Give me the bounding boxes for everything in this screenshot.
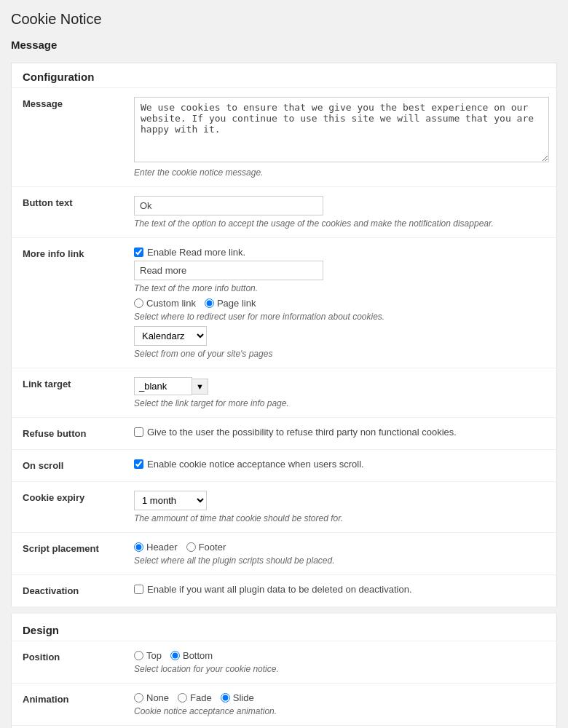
configuration-section-header: Configuration (12, 63, 557, 88)
page-select[interactable]: Kalendarz (134, 326, 207, 346)
on-scroll-row: On scroll Enable cookie notice acceptanc… (12, 450, 557, 482)
message-row: Message We use cookies to ensure that we… (12, 88, 557, 187)
read-more-text-input[interactable] (134, 261, 323, 280)
refuse-button-row: Refuse button Give to the user the possi… (12, 418, 557, 450)
on-scroll-label: On scroll (12, 450, 127, 482)
deactivation-row: Deactivation Enable if you want all plug… (12, 575, 557, 611)
position-value-cell: Top Bottom Select location for your cook… (127, 641, 557, 684)
section-configuration: Message (11, 39, 557, 54)
design-section-header: Design (12, 610, 557, 641)
link-target-dropdown-btn[interactable]: ▼ (192, 379, 208, 395)
more-info-value-cell: Enable Read more link. The text of the m… (127, 238, 557, 368)
deactivation-checkbox[interactable] (134, 585, 143, 594)
link-target-input[interactable] (134, 377, 192, 395)
message-textarea[interactable]: We use cookies to ensure that we give yo… (134, 97, 549, 162)
button-style-row: Button style None WordPress Bootstrap Ch… (12, 726, 557, 729)
configuration-heading: Message (11, 39, 557, 54)
link-target-label: Link target (12, 368, 127, 418)
enable-readmore-checkbox[interactable] (134, 248, 143, 257)
refuse-button-checkbox[interactable] (134, 427, 143, 437)
cookie-expiry-row: Cookie expiry 1 month The ammount of tim… (12, 482, 557, 533)
animation-label: Animation (12, 684, 127, 726)
message-label: Message (12, 88, 127, 187)
link-target-help: Select the link target for more info pag… (134, 398, 549, 408)
settings-table: Configuration Message We use cookies to … (11, 63, 557, 728)
on-scroll-checkbox[interactable] (134, 459, 143, 469)
top-label: Top (146, 650, 162, 661)
footer-label: Footer (199, 542, 226, 553)
message-value-cell: We use cookies to ensure that we give yo… (127, 88, 557, 187)
footer-radio[interactable] (186, 542, 196, 552)
animation-none-radio[interactable] (134, 693, 143, 703)
header-label: Header (146, 542, 178, 553)
page-link-label: Page link (217, 298, 256, 309)
on-scroll-checkbox-label: Enable cookie notice acceptance when use… (147, 459, 364, 470)
script-placement-row: Script placement Header Footer Select wh… (12, 533, 557, 575)
animation-fade-radio[interactable] (178, 693, 187, 703)
pages-help: Select from one of your site's pages (134, 349, 549, 359)
cookie-expiry-select[interactable]: 1 month (134, 491, 207, 510)
position-help: Select location for your cookie notice. (134, 664, 549, 674)
animation-none-label: None (146, 692, 169, 703)
bottom-label: Bottom (183, 650, 213, 661)
cookie-expiry-label: Cookie expiry (12, 482, 127, 533)
animation-slide-radio[interactable] (221, 693, 230, 703)
button-text-value-cell: The text of the option to accept the usa… (127, 187, 557, 238)
button-text-input[interactable] (134, 196, 323, 215)
bottom-radio[interactable] (170, 651, 180, 660)
top-radio[interactable] (134, 651, 143, 660)
animation-fade-label: Fade (190, 692, 212, 703)
button-text-help: The text of the option to accept the usa… (134, 218, 549, 229)
configuration-title: Configuration (23, 71, 94, 83)
deactivation-checkbox-label: Enable if you want all plugin data to be… (147, 584, 412, 595)
position-label: Position (12, 641, 127, 684)
deactivation-value-cell: Enable if you want all plugin data to be… (127, 575, 557, 611)
header-radio[interactable] (134, 542, 143, 552)
page-link-radio[interactable] (205, 298, 214, 308)
script-placement-value-cell: Header Footer Select where all the plugi… (127, 533, 557, 575)
refuse-button-label: Refuse button (12, 418, 127, 450)
script-placement-label: Script placement (12, 533, 127, 575)
readmore-help: The text of the more info button. (134, 283, 549, 293)
link-target-row: Link target ▼ Select the link target for… (12, 368, 557, 418)
button-text-label: Button text (12, 187, 127, 238)
button-style-label: Button style (12, 726, 127, 729)
button-style-value-cell: None WordPress Bootstrap Choose buttons … (127, 726, 557, 729)
refuse-button-value-cell: Give to the user the possibility to refu… (127, 418, 557, 450)
script-placement-help: Select where all the plugin scripts shou… (134, 555, 549, 566)
cookie-expiry-value-cell: 1 month The ammount of time that cookie … (127, 482, 557, 533)
button-text-row: Button text The text of the option to ac… (12, 187, 557, 238)
position-row: Position Top Bottom Select location for … (12, 641, 557, 684)
deactivation-label: Deactivation (12, 575, 127, 611)
refuse-button-checkbox-label: Give to the user the possibility to refu… (147, 427, 457, 438)
redirect-help: Select where to redirect user for more i… (134, 312, 549, 322)
cookie-expiry-help: The ammount of time that cookie should b… (134, 513, 549, 523)
animation-slide-label: Slide (233, 692, 254, 703)
page-title: Cookie Notice (11, 11, 557, 28)
animation-row: Animation None Fade Slide Cookie notice … (12, 684, 557, 726)
more-info-label: More info link (12, 238, 127, 368)
link-target-value-cell: ▼ Select the link target for more info p… (127, 368, 557, 418)
animation-value-cell: None Fade Slide Cookie notice acceptance… (127, 684, 557, 726)
custom-link-label: Custom link (146, 298, 196, 309)
custom-link-radio[interactable] (134, 298, 143, 308)
on-scroll-value-cell: Enable cookie notice acceptance when use… (127, 450, 557, 482)
message-help: Enter the cookie notice message. (134, 167, 549, 178)
design-title: Design (23, 624, 59, 636)
enable-readmore-label: Enable Read more link. (147, 247, 245, 258)
more-info-row: More info link Enable Read more link. Th… (12, 238, 557, 368)
animation-help: Cookie notice acceptance animation. (134, 706, 549, 716)
